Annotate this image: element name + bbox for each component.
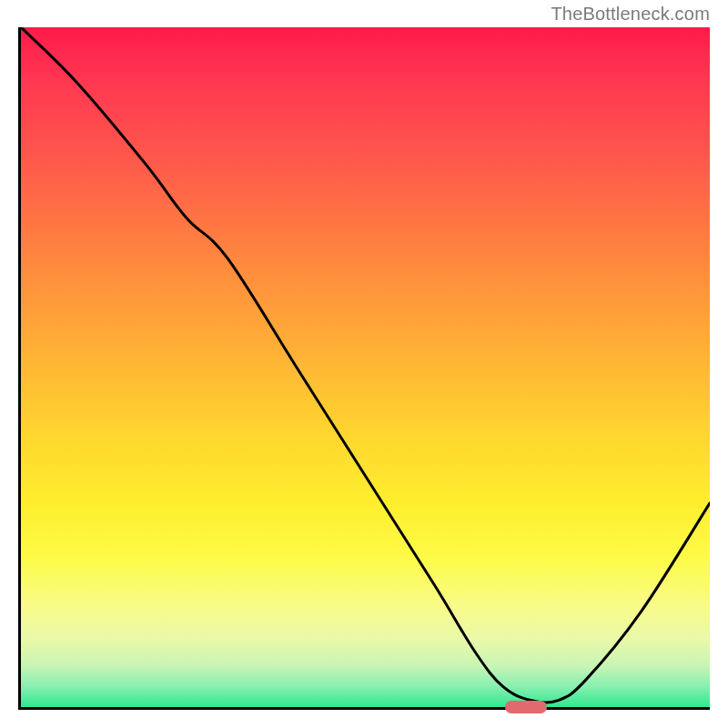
plot-area [18, 27, 710, 710]
optimum-marker [505, 701, 547, 713]
curve-svg [21, 27, 710, 707]
watermark-text: TheBottleneck.com [551, 4, 710, 25]
bottleneck-curve-path [21, 27, 710, 703]
chart-container: TheBottleneck.com [0, 0, 728, 728]
